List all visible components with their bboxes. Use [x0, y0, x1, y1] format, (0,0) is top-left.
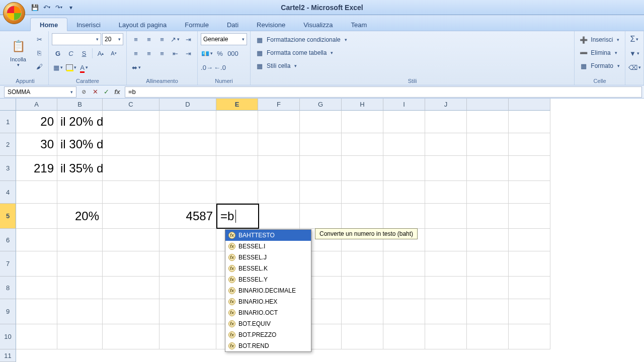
row-header-2[interactable]: 2 [0, 133, 16, 156]
col-header-f[interactable]: F [258, 99, 300, 111]
cell-i1[interactable] [383, 111, 425, 133]
cell-a3[interactable]: 219 [16, 156, 57, 181]
col-header-a[interactable]: A [16, 99, 57, 111]
tab-revisione[interactable]: Revisione [248, 18, 294, 31]
col-header-l[interactable] [509, 99, 550, 111]
row-header-4[interactable]: 4 [0, 181, 16, 204]
qat-undo-icon[interactable]: ↶▾ [42, 3, 51, 12]
format-cells-button[interactable]: ▦Formato [578, 59, 622, 72]
col-header-j[interactable]: J [425, 99, 467, 111]
cell-h1[interactable] [342, 111, 383, 133]
tab-inserisci[interactable]: Inserisci [67, 18, 110, 31]
cut-icon[interactable]: ✂ [33, 33, 45, 45]
autocomplete-item[interactable]: fxBESSEL.J [225, 252, 311, 263]
fx-icon[interactable]: fx [112, 86, 123, 98]
tab-visualizza[interactable]: Visualizza [294, 18, 342, 31]
row-header-1[interactable]: 1 [0, 111, 16, 133]
cancel-x-icon[interactable]: ✕ [90, 86, 101, 98]
accept-check-icon[interactable]: ✓ [101, 86, 112, 98]
copy-icon[interactable]: ⎘ [33, 47, 45, 59]
cell-a2[interactable]: 30 [16, 133, 57, 156]
grow-font-icon[interactable]: A▴ [95, 47, 107, 59]
col-header-g[interactable]: G [300, 99, 342, 111]
cell-b3[interactable]: il 35% di 625 è 219 [57, 156, 103, 181]
bold-button[interactable]: G [52, 47, 64, 59]
fill-icon[interactable]: ▼ [628, 47, 640, 59]
fill-color-icon[interactable] [65, 61, 77, 73]
shrink-font-icon[interactable]: A▾ [108, 47, 120, 59]
percent-icon[interactable]: % [214, 47, 226, 59]
cell-c1[interactable] [103, 111, 159, 133]
cell-b2[interactable]: il 30% di cento è 30 [57, 133, 103, 156]
cell-f1[interactable] [258, 111, 300, 133]
increase-decimal-icon[interactable]: .0→ [201, 61, 213, 73]
paste-button[interactable]: 📋 Incolla ▾ [5, 33, 31, 72]
col-header-h[interactable]: H [342, 99, 383, 111]
align-right-icon[interactable]: ≡ [156, 47, 168, 59]
align-left-icon[interactable]: ≡ [130, 47, 142, 59]
name-box[interactable]: SOMMA▾ [4, 86, 76, 98]
delete-cells-button[interactable]: ➖Elimina [578, 46, 619, 59]
autocomplete-item[interactable]: fxBESSEL.Y [225, 274, 311, 285]
orientation-icon[interactable]: ↗ [169, 33, 181, 45]
row-header-8[interactable]: 8 [0, 277, 16, 299]
align-top-icon[interactable]: ≡ [130, 33, 142, 45]
decrease-indent-icon[interactable]: ⇤ [169, 47, 181, 59]
autocomplete-item[interactable]: fxBINARIO.OCT [225, 307, 311, 318]
decrease-decimal-icon[interactable]: ←.0 [214, 61, 226, 73]
tab-team[interactable]: Team [342, 18, 376, 31]
font-color-icon[interactable]: A [78, 61, 90, 73]
qat-redo-icon[interactable]: ↷▾ [54, 3, 63, 12]
active-cell-e5[interactable]: =b [216, 204, 259, 229]
font-combo[interactable]: ▾ [52, 33, 101, 45]
comma-icon[interactable]: 000 [227, 47, 239, 59]
autocomplete-item[interactable]: fxBOT.PREZZO [225, 329, 311, 340]
cancel-formula-icon[interactable]: ⊘ [78, 86, 90, 98]
fontsize-combo[interactable]: 20▾ [102, 33, 123, 45]
autocomplete-item[interactable]: fxBINARIO.DECIMALE [225, 285, 311, 296]
align-center-icon[interactable]: ≡ [143, 47, 155, 59]
autocomplete-item[interactable]: fxBOT.EQUIV [225, 318, 311, 329]
col-header-d[interactable]: D [159, 99, 216, 111]
autosum-icon[interactable]: Σ [628, 33, 640, 45]
autocomplete-item[interactable]: fxBESSEL.K [225, 263, 311, 274]
tab-layout[interactable]: Layout di pagina [110, 18, 176, 31]
row-header-11[interactable]: 11 [0, 349, 16, 362]
format-as-table-button[interactable]: ▦Formatta come tabella [254, 46, 335, 59]
row-header-7[interactable]: 7 [0, 251, 16, 277]
col-header-e[interactable]: E [216, 99, 258, 111]
tab-home[interactable]: Home [30, 18, 67, 31]
number-format-combo[interactable]: Generale▾ [201, 33, 247, 45]
col-header-b[interactable]: B [57, 99, 103, 111]
insert-cells-button[interactable]: ➕Inserisci [578, 33, 621, 46]
merge-center-icon[interactable]: ⬌ [130, 61, 143, 73]
italic-button[interactable]: C [65, 47, 77, 59]
align-bottom-icon[interactable]: ≡ [156, 33, 168, 45]
wrap-text-icon[interactable]: ⇥ [182, 33, 194, 45]
row-header-5[interactable]: 5 [0, 204, 16, 229]
col-header-k[interactable] [467, 99, 509, 111]
autocomplete-item[interactable]: fxBESSEL.I [225, 241, 311, 252]
tab-dati[interactable]: Dati [218, 18, 248, 31]
format-painter-icon[interactable]: 🖌 [33, 60, 45, 72]
office-button[interactable] [3, 2, 25, 24]
underline-button[interactable]: S [78, 47, 90, 59]
row-header-6[interactable]: 6 [0, 229, 16, 251]
cell-styles-button[interactable]: ▦Stili cella [254, 59, 299, 72]
autocomplete-item[interactable]: fxBINARIO.HEX [225, 296, 311, 307]
col-header-c[interactable]: C [103, 99, 159, 111]
qat-customize-icon[interactable]: ▾ [66, 3, 75, 12]
row-header-3[interactable]: 3 [0, 156, 16, 181]
col-header-i[interactable]: I [383, 99, 425, 111]
autocomplete-item[interactable]: fxBAHTTESTO [225, 230, 311, 241]
increase-indent-icon[interactable]: ⇥ [182, 47, 194, 59]
clear-icon[interactable]: ⌫ [628, 61, 640, 73]
cell-b1[interactable]: il 20% di cento è 20 [57, 111, 103, 133]
select-all-button[interactable] [0, 99, 16, 111]
align-middle-icon[interactable]: ≡ [143, 33, 155, 45]
cell-j1[interactable] [425, 111, 467, 133]
cell-d1[interactable] [159, 111, 216, 133]
borders-icon[interactable]: ▦ [52, 61, 64, 73]
cell-e1[interactable] [216, 111, 258, 133]
autocomplete-item[interactable]: fxBOT.REND [225, 340, 311, 351]
